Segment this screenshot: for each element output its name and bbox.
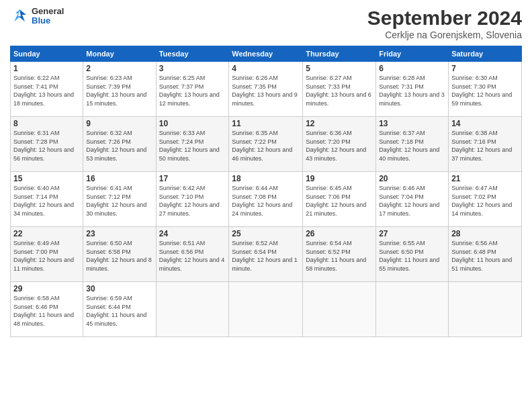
day-number: 13 xyxy=(379,119,445,128)
calendar-day-12: 12Sunrise: 6:36 AMSunset: 7:20 PMDayligh… xyxy=(303,117,376,172)
calendar-day-22: 22Sunrise: 6:49 AMSunset: 7:00 PMDayligh… xyxy=(11,227,83,282)
calendar-day-8: 8Sunrise: 6:31 AMSunset: 7:28 PMDaylight… xyxy=(11,117,83,172)
day-number: 1 xyxy=(13,64,80,73)
svg-marker-1 xyxy=(14,9,21,21)
calendar-day-20: 20Sunrise: 6:46 AMSunset: 7:04 PMDayligh… xyxy=(376,172,449,227)
day-detail: Sunrise: 6:49 AMSunset: 7:00 PMDaylight:… xyxy=(13,239,80,273)
day-detail: Sunrise: 6:23 AMSunset: 7:39 PMDaylight:… xyxy=(86,74,152,107)
day-number: 21 xyxy=(451,174,519,183)
weekday-header-wednesday: Wednesday xyxy=(229,46,303,62)
day-number: 8 xyxy=(13,119,80,128)
day-detail: Sunrise: 6:54 AMSunset: 6:52 PMDaylight:… xyxy=(306,239,373,273)
day-number: 12 xyxy=(306,119,373,128)
day-number: 16 xyxy=(86,174,152,183)
calendar-day-13: 13Sunrise: 6:37 AMSunset: 7:18 PMDayligh… xyxy=(376,117,449,172)
day-number: 22 xyxy=(13,229,80,238)
weekday-header-sunday: Sunday xyxy=(11,46,83,62)
day-number: 23 xyxy=(86,229,152,238)
calendar-day-2: 2Sunrise: 6:23 AMSunset: 7:39 PMDaylight… xyxy=(83,62,156,117)
calendar-day-25: 25Sunrise: 6:52 AMSunset: 6:54 PMDayligh… xyxy=(229,227,303,282)
logo-text: General Blue xyxy=(32,7,64,26)
day-number: 20 xyxy=(379,174,445,183)
day-number: 15 xyxy=(13,174,80,183)
calendar-week-row: 22Sunrise: 6:49 AMSunset: 7:00 PMDayligh… xyxy=(11,227,522,282)
location-subtitle: Cerklje na Gorenjskem, Slovenia xyxy=(367,30,522,40)
logo-general: General xyxy=(32,7,64,16)
calendar-day-17: 17Sunrise: 6:42 AMSunset: 7:10 PMDayligh… xyxy=(156,172,229,227)
header: General Blue September 2024 Cerklje na G… xyxy=(10,7,522,40)
weekday-header-friday: Friday xyxy=(376,46,449,62)
calendar-table: SundayMondayTuesdayWednesdayThursdayFrid… xyxy=(10,46,522,337)
day-detail: Sunrise: 6:41 AMSunset: 7:12 PMDaylight:… xyxy=(86,184,152,218)
day-number: 26 xyxy=(306,229,373,238)
day-detail: Sunrise: 6:45 AMSunset: 7:06 PMDaylight:… xyxy=(306,184,373,218)
day-number: 17 xyxy=(159,174,226,183)
day-number: 3 xyxy=(159,64,226,73)
day-detail: Sunrise: 6:25 AMSunset: 7:37 PMDaylight:… xyxy=(159,74,226,107)
day-detail: Sunrise: 6:42 AMSunset: 7:10 PMDaylight:… xyxy=(159,184,226,218)
day-detail: Sunrise: 6:22 AMSunset: 7:41 PMDaylight:… xyxy=(13,74,80,107)
calendar-week-row: 1Sunrise: 6:22 AMSunset: 7:41 PMDaylight… xyxy=(11,62,522,117)
calendar-day-6: 6Sunrise: 6:28 AMSunset: 7:31 PMDaylight… xyxy=(376,62,449,117)
day-detail: Sunrise: 6:58 AMSunset: 6:46 PMDaylight:… xyxy=(13,294,80,328)
day-number: 30 xyxy=(86,284,152,293)
day-detail: Sunrise: 6:33 AMSunset: 7:24 PMDaylight:… xyxy=(159,129,226,163)
day-detail: Sunrise: 6:35 AMSunset: 7:22 PMDaylight:… xyxy=(232,129,300,163)
day-detail: Sunrise: 6:55 AMSunset: 6:50 PMDaylight:… xyxy=(379,239,445,273)
day-detail: Sunrise: 6:30 AMSunset: 7:30 PMDaylight:… xyxy=(451,74,519,107)
svg-marker-0 xyxy=(18,9,26,21)
calendar-day-14: 14Sunrise: 6:38 AMSunset: 7:16 PMDayligh… xyxy=(449,117,522,172)
calendar-day-23: 23Sunrise: 6:50 AMSunset: 6:58 PMDayligh… xyxy=(83,227,156,282)
day-detail: Sunrise: 6:50 AMSunset: 6:58 PMDaylight:… xyxy=(86,239,152,273)
calendar-empty-cell xyxy=(449,282,522,337)
day-detail: Sunrise: 6:38 AMSunset: 7:16 PMDaylight:… xyxy=(451,129,519,163)
calendar-day-27: 27Sunrise: 6:55 AMSunset: 6:50 PMDayligh… xyxy=(376,227,449,282)
day-number: 4 xyxy=(232,64,300,73)
day-detail: Sunrise: 6:31 AMSunset: 7:28 PMDaylight:… xyxy=(13,129,80,163)
weekday-header-saturday: Saturday xyxy=(449,46,522,62)
day-number: 14 xyxy=(451,119,519,128)
day-number: 18 xyxy=(232,174,300,183)
day-detail: Sunrise: 6:32 AMSunset: 7:26 PMDaylight:… xyxy=(86,129,152,163)
day-detail: Sunrise: 6:44 AMSunset: 7:08 PMDaylight:… xyxy=(232,184,300,218)
calendar-day-15: 15Sunrise: 6:40 AMSunset: 7:14 PMDayligh… xyxy=(11,172,83,227)
day-number: 27 xyxy=(379,229,445,238)
calendar-day-16: 16Sunrise: 6:41 AMSunset: 7:12 PMDayligh… xyxy=(83,172,156,227)
day-detail: Sunrise: 6:27 AMSunset: 7:33 PMDaylight:… xyxy=(306,74,373,107)
calendar-empty-cell xyxy=(376,282,449,337)
calendar-day-4: 4Sunrise: 6:26 AMSunset: 7:35 PMDaylight… xyxy=(229,62,303,117)
day-detail: Sunrise: 6:26 AMSunset: 7:35 PMDaylight:… xyxy=(232,74,300,107)
day-number: 24 xyxy=(159,229,226,238)
day-number: 28 xyxy=(451,229,519,238)
day-number: 10 xyxy=(159,119,226,128)
title-block: September 2024 Cerklje na Gorenjskem, Sl… xyxy=(367,7,522,40)
day-detail: Sunrise: 6:59 AMSunset: 6:44 PMDaylight:… xyxy=(86,294,152,328)
calendar-day-7: 7Sunrise: 6:30 AMSunset: 7:30 PMDaylight… xyxy=(449,62,522,117)
calendar-day-3: 3Sunrise: 6:25 AMSunset: 7:37 PMDaylight… xyxy=(156,62,229,117)
day-detail: Sunrise: 6:28 AMSunset: 7:31 PMDaylight:… xyxy=(379,74,445,107)
calendar-day-24: 24Sunrise: 6:51 AMSunset: 6:56 PMDayligh… xyxy=(156,227,229,282)
day-number: 25 xyxy=(232,229,300,238)
day-detail: Sunrise: 6:40 AMSunset: 7:14 PMDaylight:… xyxy=(13,184,80,218)
calendar-day-9: 9Sunrise: 6:32 AMSunset: 7:26 PMDaylight… xyxy=(83,117,156,172)
weekday-header-monday: Monday xyxy=(83,46,156,62)
calendar-week-row: 15Sunrise: 6:40 AMSunset: 7:14 PMDayligh… xyxy=(11,172,522,227)
day-detail: Sunrise: 6:46 AMSunset: 7:04 PMDaylight:… xyxy=(379,184,445,218)
day-number: 11 xyxy=(232,119,300,128)
day-number: 29 xyxy=(13,284,80,293)
calendar-empty-cell xyxy=(229,282,303,337)
day-detail: Sunrise: 6:47 AMSunset: 7:02 PMDaylight:… xyxy=(451,184,519,218)
calendar-week-row: 8Sunrise: 6:31 AMSunset: 7:28 PMDaylight… xyxy=(11,117,522,172)
calendar-week-row: 29Sunrise: 6:58 AMSunset: 6:46 PMDayligh… xyxy=(11,282,522,337)
month-year-title: September 2024 xyxy=(367,7,522,30)
calendar-empty-cell xyxy=(156,282,229,337)
calendar-day-29: 29Sunrise: 6:58 AMSunset: 6:46 PMDayligh… xyxy=(11,282,83,337)
page: General Blue September 2024 Cerklje na G… xyxy=(0,0,532,411)
day-number: 9 xyxy=(86,119,152,128)
weekday-header-thursday: Thursday xyxy=(303,46,376,62)
calendar-empty-cell xyxy=(303,282,376,337)
calendar-day-5: 5Sunrise: 6:27 AMSunset: 7:33 PMDaylight… xyxy=(303,62,376,117)
calendar-header-row: SundayMondayTuesdayWednesdayThursdayFrid… xyxy=(11,46,522,62)
calendar-day-21: 21Sunrise: 6:47 AMSunset: 7:02 PMDayligh… xyxy=(449,172,522,227)
calendar-day-18: 18Sunrise: 6:44 AMSunset: 7:08 PMDayligh… xyxy=(229,172,303,227)
